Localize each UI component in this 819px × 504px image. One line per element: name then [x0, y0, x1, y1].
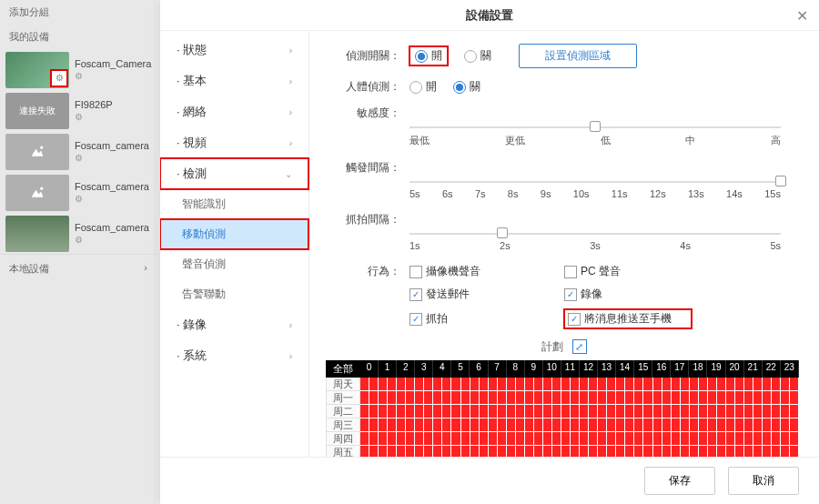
schedule-cell[interactable]: [451, 391, 460, 405]
schedule-cell[interactable]: [507, 405, 516, 418]
schedule-cell[interactable]: [672, 378, 681, 391]
schedule-cell[interactable]: [498, 432, 507, 446]
schedule-cell[interactable]: [726, 446, 735, 457]
schedule-cell[interactable]: [625, 378, 634, 391]
schedule-cell[interactable]: [763, 391, 772, 405]
schedule-cell[interactable]: [708, 405, 717, 418]
hour-header-cell[interactable]: 20: [726, 360, 744, 378]
schedule-cell[interactable]: [662, 432, 672, 446]
device-settings-icon[interactable]: ⚙: [75, 71, 151, 81]
schedule-cell[interactable]: [498, 418, 507, 432]
schedule-cell[interactable]: [662, 391, 672, 405]
schedule-cell[interactable]: [653, 418, 662, 432]
schedule-cell[interactable]: [598, 391, 607, 405]
schedule-cell[interactable]: [625, 418, 634, 432]
schedule-cell[interactable]: [790, 391, 799, 405]
sensitivity-slider[interactable]: 最低更低低中高: [410, 126, 781, 147]
trigger-interval-slider[interactable]: 5s6s7s8s9s10s11s12s13s14s15s: [410, 181, 781, 199]
schedule-cell[interactable]: [489, 391, 498, 405]
schedule-cell[interactable]: [433, 418, 442, 432]
schedule-cell[interactable]: [516, 446, 525, 457]
menu-item[interactable]: · 基本›: [160, 66, 308, 96]
hour-header-cell[interactable]: 23: [781, 360, 799, 378]
schedule-cell[interactable]: [415, 446, 424, 457]
schedule-cell[interactable]: [790, 432, 799, 446]
schedule-cell[interactable]: [690, 418, 699, 432]
schedule-cell[interactable]: [534, 432, 543, 446]
schedule-cell[interactable]: [397, 418, 406, 432]
action-push-to-phone[interactable]: 將消息推送至手機: [564, 309, 692, 328]
schedule-cell[interactable]: [461, 446, 470, 457]
schedule-cell[interactable]: [498, 378, 507, 391]
schedule-cell[interactable]: [543, 378, 552, 391]
hour-header-cell[interactable]: 22: [763, 360, 781, 378]
schedule-cell[interactable]: [516, 391, 525, 405]
schedule-cell[interactable]: [580, 446, 589, 457]
schedule-cell[interactable]: [790, 405, 799, 418]
schedule-cell[interactable]: [388, 405, 397, 418]
schedule-cell[interactable]: [607, 391, 616, 405]
schedule-cell[interactable]: [616, 446, 625, 457]
schedule-cell[interactable]: [489, 405, 498, 418]
schedule-cell[interactable]: [442, 391, 451, 405]
schedule-cell[interactable]: [634, 432, 643, 446]
schedule-cell[interactable]: [763, 405, 772, 418]
schedule-cell[interactable]: [708, 418, 717, 432]
schedule-cell[interactable]: [415, 432, 424, 446]
schedule-cell[interactable]: [781, 405, 790, 418]
schedule-cell[interactable]: [489, 378, 498, 391]
schedule-cell[interactable]: [753, 378, 763, 391]
schedule-cell[interactable]: [451, 446, 460, 457]
schedule-cell[interactable]: [681, 432, 690, 446]
schedule-cell[interactable]: [616, 432, 625, 446]
schedule-cell[interactable]: [525, 405, 534, 418]
schedule-cell[interactable]: [369, 418, 379, 432]
schedule-all-cell[interactable]: 全部: [326, 360, 360, 378]
hour-header-cell[interactable]: 2: [397, 360, 415, 378]
schedule-cell[interactable]: [744, 432, 753, 446]
schedule-cell[interactable]: [772, 432, 781, 446]
action-snapshot[interactable]: 抓拍: [410, 309, 537, 328]
schedule-cell[interactable]: [699, 391, 708, 405]
hour-header-cell[interactable]: 11: [561, 360, 580, 378]
schedule-cell[interactable]: [699, 418, 708, 432]
hour-header-cell[interactable]: 13: [598, 360, 616, 378]
hour-header-cell[interactable]: 16: [652, 360, 671, 378]
schedule-cell[interactable]: [772, 446, 781, 457]
hour-header-cell[interactable]: 4: [433, 360, 451, 378]
schedule-cell[interactable]: [461, 378, 470, 391]
schedule-cell[interactable]: [424, 391, 433, 405]
schedule-cell[interactable]: [690, 446, 699, 457]
schedule-cell[interactable]: [589, 432, 598, 446]
menu-item[interactable]: · 網絡›: [160, 96, 308, 127]
schedule-cell[interactable]: [708, 378, 717, 391]
schedule-cell[interactable]: [625, 405, 634, 418]
hour-header-cell[interactable]: 5: [451, 360, 470, 378]
schedule-cell[interactable]: [717, 405, 726, 418]
menu-item[interactable]: · 狀態›: [160, 35, 308, 66]
schedule-cell[interactable]: [516, 378, 525, 391]
detect-switch-off[interactable]: 關: [464, 48, 491, 64]
schedule-cell[interactable]: [772, 405, 781, 418]
schedule-cell[interactable]: [461, 405, 470, 418]
schedule-cell[interactable]: [397, 391, 406, 405]
device-item[interactable]: Foscam_camera⚙: [0, 213, 157, 254]
schedule-cell[interactable]: [406, 432, 415, 446]
device-item[interactable]: Foscam_camera⚙: [0, 131, 157, 172]
schedule-cell[interactable]: [470, 405, 480, 418]
schedule-cell[interactable]: [552, 418, 561, 432]
schedule-cell[interactable]: [498, 391, 507, 405]
schedule-cell[interactable]: [507, 432, 516, 446]
schedule-cell[interactable]: [735, 418, 744, 432]
schedule-cell[interactable]: [643, 391, 652, 405]
schedule-cell[interactable]: [561, 378, 571, 391]
schedule-cell[interactable]: [699, 446, 708, 457]
schedule-cell[interactable]: [634, 391, 643, 405]
snap-interval-slider[interactable]: 1s2s3s4s5s: [410, 233, 781, 251]
schedule-cell[interactable]: [406, 391, 415, 405]
schedule-cell[interactable]: [735, 446, 744, 457]
schedule-cell[interactable]: [571, 405, 580, 418]
schedule-cell[interactable]: [781, 432, 790, 446]
device-settings-icon[interactable]: ⚙: [75, 235, 149, 245]
schedule-cell[interactable]: [379, 432, 388, 446]
